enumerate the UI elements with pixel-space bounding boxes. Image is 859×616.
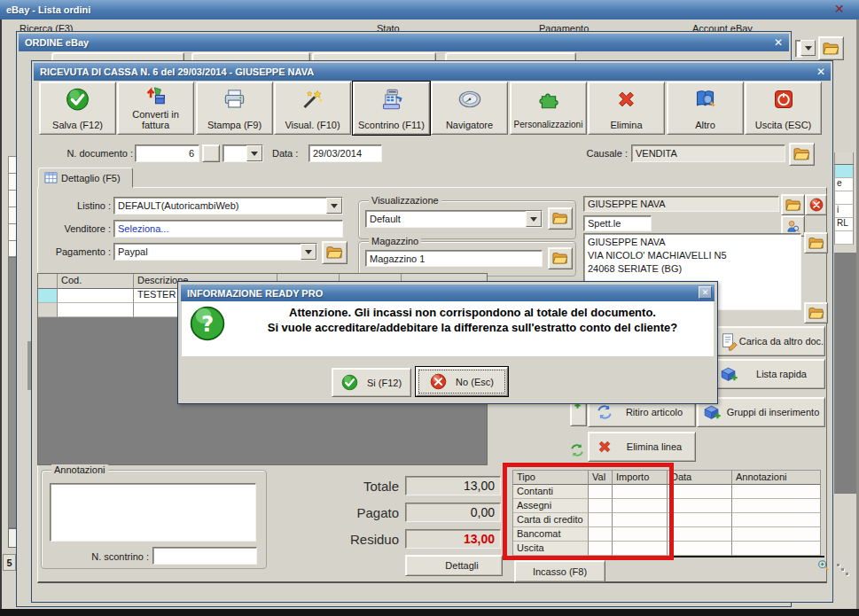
folder-icon: [808, 307, 824, 320]
row-selector-cell[interactable]: [38, 289, 58, 303]
visual-button[interactable]: Visual. (F10): [274, 82, 351, 135]
save-check-icon: [66, 85, 90, 113]
elimina-linea-button[interactable]: Elimina linea: [588, 432, 696, 462]
data-input[interactable]: 29/03/2014: [308, 144, 382, 162]
n-scontrino-input[interactable]: [152, 547, 257, 565]
magazzino-value: Magazzino 1: [370, 253, 425, 264]
dettagli-button[interactable]: Dettagli: [405, 555, 503, 576]
receipt-close-icon[interactable]: ✕: [816, 66, 825, 77]
doc-spin-button[interactable]: [202, 144, 220, 162]
stampa-button[interactable]: Stampa (F9): [196, 82, 273, 135]
doc-suffix-combo[interactable]: [223, 144, 263, 162]
elimina-button[interactable]: Elimina: [588, 82, 665, 135]
ordine-titlebar[interactable]: ORDINE eBay: [19, 34, 789, 51]
ordine-title: ORDINE eBay: [19, 37, 89, 48]
address-folder-button-2[interactable]: [804, 302, 828, 324]
salutation-value: Spett.le: [588, 218, 621, 229]
n-documento-input[interactable]: 6: [135, 144, 199, 162]
ordine-close-icon[interactable]: ✕: [774, 37, 783, 48]
scontrino-button[interactable]: Scontrino (F11): [353, 82, 430, 135]
si-button[interactable]: Si (F12): [332, 368, 411, 397]
pagato-box: 0,00: [405, 503, 501, 522]
elimina-linea-label: Elimina linea: [613, 441, 695, 452]
bg-combo-dropdown-button[interactable]: [800, 40, 816, 56]
salva-label: Salva (F12): [42, 120, 113, 130]
left-window-edge: [0, 19, 2, 609]
lista-rapida-label: Lista rapida: [738, 369, 824, 379]
visualizzazione-combo[interactable]: Default: [365, 210, 543, 228]
payment-type-label: Assegni: [513, 499, 589, 513]
annotazioni-legend: Annotazioni: [51, 464, 108, 475]
address-line: VIA NICOLO' MACHIAVELLI N5: [588, 249, 797, 262]
scontrino-label: Scontrino (F11): [355, 120, 427, 130]
col-importo: Importo: [613, 471, 668, 485]
chevron-down-icon[interactable]: [301, 244, 316, 260]
pagato-label: Pagato: [330, 505, 399, 520]
address-line: 24068 SERIATE (BG): [588, 262, 797, 276]
totale-value: 13,00: [464, 479, 495, 493]
salutation-input[interactable]: Spett.le: [583, 215, 652, 231]
separator-line: [506, 556, 824, 558]
pagamento-combo[interactable]: Paypal: [113, 243, 317, 261]
visualizzazione-value: Default: [366, 214, 526, 224]
uscita-button[interactable]: Uscita (ESC): [745, 82, 822, 135]
navigatore-label: Navigatore: [433, 120, 505, 130]
folder-icon: [823, 42, 839, 56]
chevron-down-icon[interactable]: [526, 211, 542, 227]
bg-dark-area: [834, 253, 856, 494]
pagamento-folder-button[interactable]: [322, 241, 348, 264]
causale-label: Causale :: [574, 148, 628, 159]
visualizzazione-folder-button[interactable]: [548, 207, 573, 230]
info-dialog-titlebar[interactable]: INFORMAZIONE READY PRO ✕: [181, 285, 715, 301]
magic-wand-icon: [301, 85, 324, 113]
causale-input[interactable]: VENDITA: [631, 144, 785, 162]
red-x-circle-icon: [430, 373, 447, 390]
customer-delete-button[interactable]: [805, 194, 827, 215]
stampa-label: Stampa (F9): [199, 120, 270, 130]
venditore-input[interactable]: Seleziona...: [113, 220, 343, 238]
receipt-titlebar[interactable]: RICEVUTA DI CASSA N. 6 del 29/03/2014 - …: [34, 63, 831, 81]
bottom-window-edge: [0, 609, 859, 616]
causale-folder-button[interactable]: [789, 143, 815, 166]
folder-icon: [552, 252, 568, 265]
annotazioni-textarea[interactable]: [50, 483, 256, 542]
chevron-down-icon[interactable]: [246, 145, 262, 161]
dialog-close-button[interactable]: ✕: [699, 286, 712, 299]
payment-type-label: Uscita: [513, 542, 589, 556]
visualizzazione-legend: Visualizzazione: [369, 195, 441, 206]
personalizzazioni-button[interactable]: Personalizzazioni: [510, 82, 587, 135]
document-pencil-icon: [719, 331, 738, 351]
ebay-close-icon[interactable]: ✕: [834, 4, 845, 14]
navigatore-button[interactable]: Navigatore: [431, 82, 508, 135]
power-icon: [773, 85, 794, 113]
address-folder-button[interactable]: [804, 232, 828, 253]
refresh-arrows-icon[interactable]: [568, 441, 586, 460]
listino-combo[interactable]: DEFAULT(AutoricambiWeb): [113, 197, 343, 214]
magazzino-input[interactable]: Magazzino 1: [365, 250, 543, 267]
receipt-title: RICEVUTA DI CASSA N. 6 del 29/03/2014 - …: [34, 66, 314, 77]
row-selector-cell[interactable]: [38, 303, 58, 317]
chevron-down-icon[interactable]: [326, 198, 342, 214]
bg-folder-button[interactable]: [818, 36, 844, 60]
col-header-cod: Cod.: [58, 274, 134, 289]
customer-name-input[interactable]: GIUSEPPE NAVA: [583, 196, 779, 212]
tab-dettaglio[interactable]: Dettaglio (F5): [38, 168, 133, 188]
incasso-button[interactable]: Incasso (F8): [514, 560, 605, 582]
personalizzazioni-label: Personalizzazioni: [512, 120, 584, 130]
magazzino-folder-button[interactable]: [548, 247, 573, 269]
payments-table: Tipo Val Importo Data Annotazioni Contan…: [512, 470, 821, 557]
altro-button[interactable]: Altro: [667, 82, 744, 135]
carica-label: Carica da altro doc.: [738, 336, 824, 347]
customer-folder-button[interactable]: [781, 194, 805, 215]
salva-button[interactable]: Salva (F12): [39, 82, 116, 135]
resize-grip[interactable]: [835, 563, 851, 579]
no-label: No (Esc): [456, 377, 494, 387]
ebay-window-titlebar[interactable]: eBay - Lista ordini: [0, 0, 859, 19]
converti-in-fattura-button[interactable]: Converti in fattura: [117, 82, 194, 135]
question-mark-icon: ?: [189, 305, 226, 342]
payment-row-assegni: Assegni: [513, 499, 820, 513]
payment-type-label: Contanti: [513, 485, 589, 499]
bg-mini-cell: [834, 191, 854, 205]
no-button[interactable]: No (Esc): [415, 366, 509, 397]
folder-icon: [808, 237, 824, 250]
